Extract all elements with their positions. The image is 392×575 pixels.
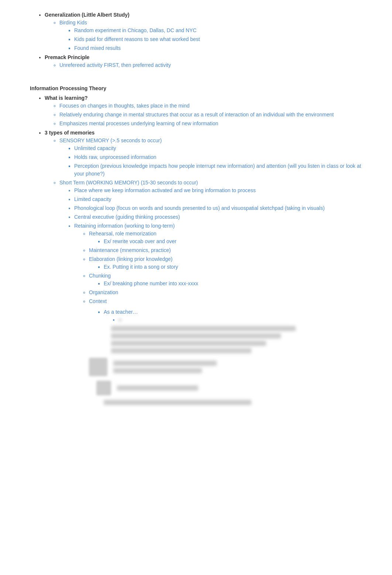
blurred-section: As a teacher… ● bbox=[89, 308, 362, 405]
list-item: Place where we keep information activate… bbox=[74, 187, 362, 194]
list-item: Perception (previous knowledge impacts h… bbox=[74, 162, 362, 178]
what-is-learning-item: What is learning? Focuses on changes in … bbox=[45, 94, 362, 127]
what-is-learning-children: Focuses on changes in thoughts, takes pl… bbox=[59, 102, 362, 127]
list-item: Found mixed results bbox=[74, 44, 362, 52]
list-item: Limited capacity bbox=[74, 195, 362, 203]
premack-item: Premack Principle Unrefereed activity FI… bbox=[45, 54, 362, 69]
three-types-title: 3 types of memories bbox=[45, 130, 94, 136]
sensory-memory-label: SENSORY MEMORY (>.5 seconds to occur) bbox=[59, 137, 162, 143]
retaining-label: Retaining information (working to long-t… bbox=[74, 223, 175, 229]
list-item: Focuses on changes in thoughts, takes pl… bbox=[59, 102, 362, 110]
as-a-teacher-label: As a teacher… bbox=[104, 309, 138, 315]
list-item: Ex/ rewrite vocab over and over bbox=[104, 238, 362, 245]
sensory-memory-children: Unlimited capacity Holds raw, unprocesse… bbox=[74, 144, 362, 178]
list-item: Unrefereed activity FIRST, then preferre… bbox=[59, 61, 362, 69]
list-item: Unlimited capacity bbox=[74, 144, 362, 152]
elaboration-children: Ex. Putting it into a song or story bbox=[104, 263, 362, 271]
chunking-item: Chunking Ex/ breaking phone number into … bbox=[89, 272, 362, 288]
three-types-item: 3 types of memories SENSORY MEMORY (>.5 … bbox=[45, 129, 362, 305]
elaboration-item: Elaboration (linking prior knowledge) Ex… bbox=[89, 255, 362, 271]
birding-kids-item: Birding Kids Random experiment in Chicag… bbox=[59, 19, 362, 52]
working-memory-label: Short Term (WORKING MEMORY) (15-30 secon… bbox=[59, 180, 198, 186]
list-item: Emphasizes mental processes underlying l… bbox=[59, 120, 362, 127]
birding-kids-children: Random experiment in Chicago, Dallas, DC… bbox=[74, 27, 362, 52]
document-content: Generalization (Little Albert Study) Bir… bbox=[30, 11, 362, 405]
as-a-teacher-item: As a teacher… ● bbox=[104, 308, 362, 324]
retaining-info-item: Retaining information (working to long-t… bbox=[74, 222, 362, 305]
blurred-bottom2 bbox=[96, 381, 362, 395]
section1-list: Generalization (Little Albert Study) Bir… bbox=[45, 11, 362, 69]
birding-kids-list: Birding Kids Random experiment in Chicag… bbox=[59, 19, 362, 52]
blurred-row bbox=[111, 341, 266, 346]
ipt-list: What is learning? Focuses on changes in … bbox=[45, 94, 362, 305]
list-item: Ex/ breaking phone number into xxx-xxxx bbox=[104, 280, 362, 288]
blurred-bottom3 bbox=[104, 400, 362, 405]
what-is-learning-title: What is learning? bbox=[45, 95, 88, 101]
list-item: Phonological loop (focus on words and so… bbox=[74, 204, 362, 212]
premack-children: Unrefereed activity FIRST, then preferre… bbox=[59, 61, 362, 69]
retaining-children: Rehearsal, role memorization Ex/ rewrite… bbox=[89, 230, 362, 305]
rehearsal-item: Rehearsal, role memorization Ex/ rewrite… bbox=[89, 230, 362, 245]
blurred-item-1: ● bbox=[118, 316, 362, 324]
blurred-children: ● bbox=[118, 316, 362, 324]
chunking-children: Ex/ breaking phone number into xxx-xxxx bbox=[104, 280, 362, 288]
list-item: Relatively enduring change in mental str… bbox=[59, 111, 362, 119]
rehearsal-children: Ex/ rewrite vocab over and over bbox=[104, 238, 362, 245]
generalization-title: Generalization (Little Albert Study) bbox=[45, 12, 130, 18]
working-memory-item: Short Term (WORKING MEMORY) (15-30 secon… bbox=[59, 179, 362, 305]
maintenance-item: Maintenance (mnemonics, practice) bbox=[89, 246, 362, 254]
list-item: Random experiment in Chicago, Dallas, DC… bbox=[74, 27, 362, 34]
blurred-row bbox=[111, 333, 281, 338]
list-item: Ex. Putting it into a song or story bbox=[104, 263, 362, 271]
list-item: Kids paid for different reasons to see w… bbox=[74, 35, 362, 43]
list-item: Holds raw, unprocessed information bbox=[74, 153, 362, 161]
blurred-row bbox=[111, 348, 251, 353]
memory-types-list: SENSORY MEMORY (>.5 seconds to occur) Un… bbox=[59, 137, 362, 305]
generalization-item: Generalization (Little Albert Study) Bir… bbox=[45, 11, 362, 52]
blurred-row bbox=[111, 326, 296, 331]
birding-kids-label: Birding Kids bbox=[59, 20, 87, 25]
premack-title: Premack Principle bbox=[45, 54, 89, 60]
blurred-bottom bbox=[89, 358, 362, 376]
ipt-header: Information Processing Theory bbox=[30, 85, 362, 91]
list-item: Central executive (guiding thinking proc… bbox=[74, 213, 362, 221]
sensory-memory-item: SENSORY MEMORY (>.5 seconds to occur) Un… bbox=[59, 137, 362, 178]
context-item: Context bbox=[89, 297, 362, 305]
as-a-teacher-list: As a teacher… ● bbox=[104, 308, 362, 324]
organization-item: Organization bbox=[89, 289, 362, 296]
blurred-rows bbox=[111, 326, 362, 353]
working-memory-children: Place where we keep information activate… bbox=[74, 187, 362, 305]
